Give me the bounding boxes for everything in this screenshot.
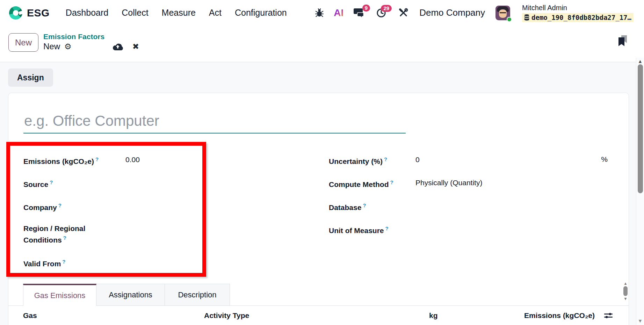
field-row-company: Company? — [23, 201, 220, 224]
debug-bug-icon[interactable] — [315, 8, 324, 17]
column-header-activity-type[interactable]: Activity Type — [204, 311, 249, 320]
user-avatar[interactable] — [495, 6, 510, 20]
compute-method-label: Compute Method — [329, 180, 389, 188]
menu-measure[interactable]: Measure — [162, 8, 196, 18]
page-scrollbar[interactable]: ▲ ▼ — [636, 58, 644, 325]
ai-icon[interactable]: AI — [334, 7, 343, 19]
record-title-input[interactable] — [23, 113, 406, 133]
user-menu[interactable]: Mitchell Admin demo_190_8f0db82bda27_17… — [522, 4, 634, 22]
menu-act[interactable]: Act — [209, 8, 222, 18]
menu-dashboard[interactable]: Dashboard — [66, 8, 108, 18]
breadcrumb-parent-link[interactable]: Emission Factors — [43, 32, 139, 41]
activities-clock-icon[interactable]: 29 — [376, 8, 386, 18]
page-scroll-thumb[interactable] — [638, 64, 643, 193]
column-header-gas[interactable]: Gas — [23, 311, 37, 320]
optional-columns-icon[interactable] — [604, 312, 613, 319]
source-help-icon[interactable]: ? — [50, 179, 53, 185]
table-scroll-thumb[interactable] — [623, 286, 628, 296]
page-scroll-up-icon[interactable]: ▲ — [639, 59, 642, 64]
valid-from-label: Valid From — [23, 260, 61, 268]
new-record-button[interactable]: New — [8, 33, 38, 52]
table-scroll-up-icon[interactable]: ▲ — [624, 282, 627, 285]
main-menu: Dashboard Collect Measure Act Configurat… — [66, 8, 287, 18]
field-row-database: Database? — [329, 201, 608, 224]
tab-gas-emissions[interactable]: Gas Emissions — [23, 284, 96, 306]
tab-bar: Gas Emissions Assignations Description — [8, 284, 629, 306]
user-name: Mitchell Admin — [522, 4, 634, 12]
app-logo-icon[interactable] — [9, 6, 22, 20]
save-cloud-icon[interactable] — [112, 42, 123, 51]
breadcrumb: Emission Factors New ⚙ ✖ — [43, 32, 139, 51]
table-scrollbar[interactable]: ▲ ▼ — [623, 282, 628, 304]
uom-label: Unit of Measure — [329, 226, 384, 234]
field-grid: Emissions (kgCO₂e)? 0.00 Source? Company… — [23, 147, 629, 280]
database-help-icon[interactable]: ? — [363, 202, 366, 208]
emissions-help-icon[interactable]: ? — [95, 156, 99, 162]
field-row-emissions: Emissions (kgCO₂e)? 0.00 — [23, 154, 220, 178]
field-row-uncertainty: Uncertainty (%)? 0 % — [329, 154, 608, 178]
assign-button[interactable]: Assign — [8, 68, 53, 87]
avatar-glasses — [500, 12, 506, 14]
gas-table-header: Gas Activity Type kg Emissions (kgCO₂e) — [8, 306, 629, 325]
compute-method-value[interactable]: Physically (Quantity) — [415, 178, 482, 187]
region-help-icon[interactable]: ? — [63, 235, 66, 241]
actions-gear-icon[interactable]: ⚙ — [64, 42, 72, 51]
messages-badge: 9 — [362, 5, 370, 12]
field-row-valid-from: Valid From? — [23, 257, 220, 280]
field-row-source: Source? — [23, 178, 220, 201]
database-label: Database — [329, 203, 361, 211]
database-name: demo_190_8f0db82bda27_17… — [531, 14, 631, 21]
column-header-kg[interactable]: kg — [429, 311, 438, 320]
emissions-label: Emissions (kgCO₂e) — [23, 157, 94, 165]
field-row-uom: Unit of Measure? — [329, 224, 608, 247]
uncertainty-value[interactable]: 0 — [415, 154, 420, 164]
menu-collect[interactable]: Collect — [122, 8, 148, 18]
company-switcher[interactable]: Demo Company — [419, 7, 485, 18]
online-status-dot — [507, 17, 512, 22]
database-icon — [524, 14, 529, 21]
uncertainty-label: Uncertainty (%) — [329, 157, 383, 165]
app-name: ESG — [27, 7, 50, 19]
bookmark-icon[interactable] — [618, 35, 628, 46]
field-column-right: Uncertainty (%)? 0 % Compute Method? Phy… — [329, 154, 608, 280]
compute-method-help-icon[interactable]: ? — [390, 179, 393, 185]
uom-help-icon[interactable]: ? — [385, 225, 389, 231]
page-scroll-down-icon[interactable]: ▼ — [639, 319, 642, 323]
activities-badge: 29 — [381, 5, 392, 12]
tools-icon[interactable] — [399, 8, 408, 17]
discard-close-icon[interactable]: ✖ — [132, 42, 139, 51]
notebook: Gas Emissions Assignations Description G… — [8, 284, 629, 325]
uncertainty-help-icon[interactable]: ? — [384, 156, 387, 162]
company-label: Company — [23, 203, 57, 211]
main-content: Assign Emissions (kgCO₂e)? 0.00 Source? … — [0, 62, 644, 325]
emissions-value[interactable]: 0.00 — [125, 154, 140, 164]
uncertainty-suffix: % — [601, 154, 608, 164]
company-help-icon[interactable]: ? — [58, 202, 61, 208]
tab-description[interactable]: Description — [165, 284, 230, 305]
top-navbar: ESG Dashboard Collect Measure Act Config… — [0, 0, 644, 26]
form-sheet: Emissions (kgCO₂e)? 0.00 Source? Company… — [8, 93, 629, 325]
field-column-left: Emissions (kgCO₂e)? 0.00 Source? Company… — [23, 154, 220, 280]
field-row-compute-method: Compute Method? Physically (Quantity) — [329, 178, 608, 201]
source-label: Source — [23, 180, 48, 188]
column-header-emissions[interactable]: Emissions (kgCO₂e) — [524, 311, 595, 320]
messages-icon[interactable]: 9 — [353, 8, 364, 18]
valid-from-help-icon[interactable]: ? — [62, 259, 65, 265]
control-panel: New Emission Factors New ⚙ ✖ — [0, 26, 644, 62]
region-label: Region / Regional Conditions — [23, 224, 85, 244]
table-scroll-down-icon[interactable]: ▼ — [624, 297, 627, 301]
breadcrumb-current: New — [43, 42, 60, 51]
database-badge: demo_190_8f0db82bda27_17… — [522, 13, 634, 22]
field-row-region: Region / Regional Conditions? — [23, 224, 220, 257]
tab-assignations[interactable]: Assignations — [96, 284, 165, 305]
menu-configuration[interactable]: Configuration — [235, 8, 287, 18]
